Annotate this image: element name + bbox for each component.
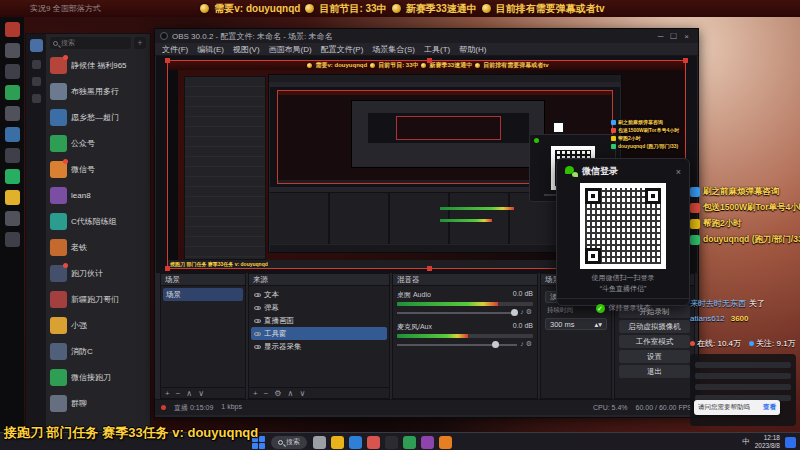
pinned-app-icon[interactable] xyxy=(5,232,20,247)
toast-action[interactable]: 查看 xyxy=(763,403,776,412)
list-item[interactable]: 愿乡愁—超门 xyxy=(46,104,150,130)
pinned-app-icon[interactable] xyxy=(5,169,20,184)
control-button[interactable]: 设置 xyxy=(619,350,690,363)
pinned-app-icon[interactable] xyxy=(5,22,20,37)
taskbar-app-icon[interactable] xyxy=(385,436,398,449)
window-control-button[interactable]: ☐ xyxy=(667,32,680,41)
list-item[interactable]: 静候佳 福利965 xyxy=(46,52,150,78)
toolbar-button[interactable]: ∨ xyxy=(299,389,305,398)
list-item[interactable]: 微信号 xyxy=(46,156,150,182)
pinned-app-icon[interactable] xyxy=(5,43,20,58)
mute-icon[interactable]: ♪ ⚙ xyxy=(520,340,532,348)
selection-handle[interactable] xyxy=(683,58,688,63)
list-item[interactable]: 公众号 xyxy=(46,130,150,156)
toolbar-button[interactable]: + xyxy=(165,389,170,398)
close-icon[interactable]: × xyxy=(676,167,681,177)
taskbar-app-icon[interactable] xyxy=(313,436,326,449)
taskbar-app-icon[interactable] xyxy=(367,436,380,449)
favorites-icon[interactable] xyxy=(32,94,41,103)
source-row[interactable]: 弹幕 xyxy=(251,301,387,314)
list-item[interactable]: 新疆跑刀哥们 xyxy=(46,286,150,312)
volume-slider[interactable]: ♪ ⚙ xyxy=(397,340,533,349)
online-count: 在线: 10.4万 xyxy=(697,339,741,348)
input-method-indicator[interactable]: 中 xyxy=(742,437,750,447)
taskbar-search[interactable]: 搜索 xyxy=(271,436,307,449)
control-button[interactable]: 退出 xyxy=(619,365,690,378)
selection-handle[interactable] xyxy=(165,266,170,271)
pinned-app-icon[interactable] xyxy=(5,85,20,100)
visibility-icon[interactable] xyxy=(254,293,261,297)
menu-item[interactable]: 文件(F) xyxy=(162,44,188,55)
source-row[interactable]: 显示器采集 xyxy=(251,340,387,353)
toolbar-button[interactable]: ∧ xyxy=(186,389,192,398)
toolbar-button[interactable]: ⚙ xyxy=(274,389,281,398)
toolbar-button[interactable]: ∧ xyxy=(288,389,294,398)
pinned-app-icon[interactable] xyxy=(5,64,20,79)
channel-db: 0.0 dB xyxy=(513,322,533,332)
selection-handle[interactable] xyxy=(427,266,432,271)
list-item[interactable]: 消防C xyxy=(46,338,150,364)
badge-icon xyxy=(690,235,700,245)
toolbar-button[interactable]: − xyxy=(264,389,269,398)
scenes-toolbar: +−∧∨ xyxy=(161,387,245,398)
medal-icon xyxy=(421,63,426,68)
taskbar-app-icon[interactable] xyxy=(349,436,362,449)
help-toast[interactable]: 请问您需要帮助吗 查看 xyxy=(694,400,780,415)
menu-item[interactable]: 视图(V) xyxy=(233,44,260,55)
pinned-app-icon[interactable] xyxy=(5,190,20,205)
visibility-icon[interactable] xyxy=(254,319,261,323)
toolbar-button[interactable]: + xyxy=(253,389,258,398)
taskbar-app-icon[interactable] xyxy=(421,436,434,449)
list-item[interactable]: lean8 xyxy=(46,182,150,208)
list-item[interactable]: C代练陪练组 xyxy=(46,208,150,234)
source-row[interactable]: 工具窗 xyxy=(251,327,387,340)
menu-item[interactable]: 帮助(H) xyxy=(459,44,486,55)
avatar[interactable] xyxy=(30,39,43,52)
live-dot-icon xyxy=(161,405,166,410)
list-item[interactable]: 跑刀伙计 xyxy=(46,260,150,286)
window-control-button[interactable]: × xyxy=(680,32,693,41)
visibility-icon[interactable] xyxy=(254,306,261,310)
selection-handle[interactable] xyxy=(427,58,432,63)
visibility-icon[interactable] xyxy=(254,345,261,349)
taskbar-app-icon[interactable] xyxy=(403,436,416,449)
keep-login-checkbox[interactable]: ✓ 保持登录状态 xyxy=(557,298,689,313)
source-row[interactable]: 文本 xyxy=(251,288,387,301)
list-item[interactable]: 群聊 xyxy=(46,390,150,416)
menu-item[interactable]: 配置文件(P) xyxy=(321,44,364,55)
notification-badge[interactable] xyxy=(785,437,796,448)
menu-item[interactable]: 画面布局(D) xyxy=(269,44,312,55)
taskbar-app-icon[interactable] xyxy=(331,436,344,449)
selection-handle[interactable] xyxy=(165,58,170,63)
toolbar-button[interactable]: − xyxy=(176,389,181,398)
toolbar-button[interactable]: ∨ xyxy=(198,389,204,398)
contacts-icon[interactable] xyxy=(32,77,41,86)
control-button[interactable]: 工作室模式 xyxy=(619,335,690,348)
list-item[interactable]: 老铁 xyxy=(46,234,150,260)
window-control-button[interactable]: ─ xyxy=(654,32,667,41)
scene-row[interactable]: 场景 xyxy=(163,288,243,301)
clock[interactable]: 12:18 2023/8/8 xyxy=(755,434,780,450)
pinned-app-icon[interactable] xyxy=(5,106,20,121)
obs-titlebar[interactable]: OBS 30.0.2 - 配置文件: 未命名 - 场景: 未命名 ─☐× xyxy=(155,29,698,43)
volume-slider[interactable]: ♪ ⚙ xyxy=(397,308,533,317)
control-button[interactable]: 启动虚拟摄像机 xyxy=(619,320,690,333)
add-chat-button[interactable]: + xyxy=(134,37,146,49)
pinned-app-icon[interactable] xyxy=(5,148,20,163)
menu-item[interactable]: 场景集合(S) xyxy=(372,44,415,55)
list-item[interactable]: 小强 xyxy=(46,312,150,338)
menu-item[interactable]: 编辑(E) xyxy=(197,44,224,55)
list-item[interactable]: 微信接跑刀 xyxy=(46,364,150,390)
mute-icon[interactable]: ♪ ⚙ xyxy=(520,308,532,316)
visibility-icon[interactable] xyxy=(254,332,261,336)
menu-item[interactable]: 工具(T) xyxy=(424,44,450,55)
source-row[interactable]: 直播画面 xyxy=(251,314,387,327)
taskbar-app-icon[interactable] xyxy=(439,436,452,449)
duration-stepper[interactable]: 300 ms ▴▾ xyxy=(545,318,607,330)
search-input[interactable]: 搜索 xyxy=(50,37,131,49)
list-item[interactable]: 布独黑用多行 xyxy=(46,78,150,104)
pinned-app-icon[interactable] xyxy=(5,211,20,226)
chats-icon[interactable] xyxy=(32,60,41,69)
pinned-app-icon[interactable] xyxy=(5,127,20,142)
pinned-messages-overlay: 刷之前麻烦弹幕咨询 包送1500W刷Tor单号4小时 帮跑2小时 douyuqn… xyxy=(690,186,800,246)
